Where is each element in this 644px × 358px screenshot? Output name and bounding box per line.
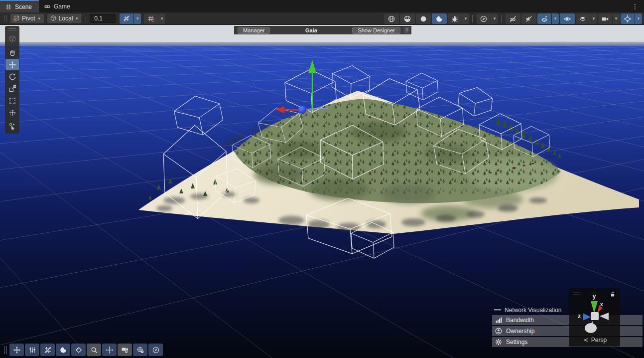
z-axis-label[interactable]: z xyxy=(578,313,581,320)
gaia-manager-button[interactable]: Manager xyxy=(238,27,270,34)
pan-tool-button[interactable] xyxy=(5,47,19,58)
rect-tool-button[interactable] xyxy=(5,95,19,106)
layers-button[interactable] xyxy=(576,13,590,24)
rotate-arrow-icon xyxy=(8,73,16,81)
custom-tool-button[interactable] xyxy=(5,121,19,132)
tools-overlay-handle[interactable] xyxy=(5,26,19,32)
properties-sliders-icon xyxy=(28,346,36,354)
particles-bug-icon xyxy=(451,15,459,23)
wireframe-globe-icon xyxy=(387,15,395,23)
snap-increment-field[interactable]: 0.1 xyxy=(90,14,116,23)
panel-drag-handle-icon xyxy=(494,308,501,312)
audio-toggle-button[interactable] xyxy=(521,13,536,24)
show-designer-button[interactable]: Show Designer xyxy=(352,27,400,34)
view-tab-bar: Scene Game ⋮ xyxy=(0,0,644,12)
chevron-down-icon: ▼ xyxy=(75,16,79,21)
orientation-label: Local xyxy=(59,15,73,22)
search-button[interactable] xyxy=(87,344,101,356)
pivot-mode-button[interactable]: Pivot ▼ xyxy=(10,13,44,23)
particles-button[interactable] xyxy=(448,13,462,24)
transform-tool-button[interactable] xyxy=(5,107,19,118)
effects-button[interactable] xyxy=(537,13,551,24)
move-overlay-button[interactable] xyxy=(9,344,24,356)
settings-gear-icon xyxy=(495,338,503,346)
scene-toolbar: Pivot ▼ Local ▼ 0.1 ▼ ▼ ▼ xyxy=(0,12,644,25)
scene-lighting-button[interactable] xyxy=(432,13,447,24)
x-axis-label[interactable]: x xyxy=(600,302,603,307)
grid-snap-dropdown[interactable]: ▼ xyxy=(134,13,141,24)
network-panel-title: Network Visualization xyxy=(505,307,562,314)
gaia-panel: Manager Gaia Show Designer ? xyxy=(234,26,411,34)
move-arrows-icon xyxy=(8,61,16,69)
bottom-axis-sphere[interactable] xyxy=(585,323,597,333)
layers-dropdown[interactable]: ▼ xyxy=(590,13,597,24)
y-axis-label[interactable]: y xyxy=(593,293,596,300)
2d-mode-off-icon xyxy=(509,15,517,23)
navigation-button[interactable] xyxy=(148,344,163,356)
render-mode-button[interactable] xyxy=(56,344,70,356)
tab-game[interactable]: Game xyxy=(39,0,77,12)
tab-scene[interactable]: Scene xyxy=(0,0,39,12)
perspective-icon xyxy=(582,337,589,344)
particles-dropdown[interactable]: ▼ xyxy=(462,13,469,24)
layers-button-group: ▼ xyxy=(576,13,597,24)
effects-dropdown[interactable]: ▼ xyxy=(552,13,559,24)
prefab-button[interactable] xyxy=(71,344,86,356)
component-tools-button[interactable] xyxy=(477,13,491,24)
grid-off-icon xyxy=(44,346,52,354)
increment-snap-button[interactable] xyxy=(144,13,158,24)
unlit-circle-button[interactable] xyxy=(416,13,431,24)
custom-cursor-icon xyxy=(8,123,16,131)
selected-object-sphere[interactable] xyxy=(298,106,306,114)
camera-button[interactable] xyxy=(598,13,612,24)
axis-move-button[interactable] xyxy=(102,344,117,356)
window-menu-button[interactable]: ⋮ xyxy=(627,0,644,12)
move-tool-button[interactable] xyxy=(5,59,19,70)
rotate-tool-button[interactable] xyxy=(5,71,19,82)
right-axis-cone[interactable] xyxy=(600,313,609,320)
camera-button-group: ▼ xyxy=(598,13,620,24)
layers-icon xyxy=(579,15,587,23)
projection-label: Persp xyxy=(591,337,607,344)
scale-icon xyxy=(8,85,16,93)
toolbar-separator xyxy=(501,15,502,22)
gizmos-button-group: ▼ xyxy=(621,13,642,24)
gaia-help-button[interactable]: ? xyxy=(403,27,410,33)
z-axis-cone[interactable] xyxy=(583,313,591,321)
local-cube-icon xyxy=(50,15,57,22)
toolbar-drag-handle[interactable] xyxy=(4,15,7,22)
grid-snap-button[interactable] xyxy=(120,13,133,24)
y-axis-cone[interactable] xyxy=(591,301,598,313)
2d-mode-button[interactable] xyxy=(506,13,520,24)
bandwidth-bars-icon xyxy=(495,316,503,324)
component-tools-dropdown[interactable]: ▼ xyxy=(491,13,498,24)
increment-snap-dropdown[interactable]: ▼ xyxy=(158,13,165,24)
prefab-diamond-icon xyxy=(75,346,83,354)
gizmos-button[interactable] xyxy=(621,13,635,24)
view-tool-button[interactable] xyxy=(5,33,19,44)
properties-button[interactable] xyxy=(25,344,39,356)
network-settings-button[interactable] xyxy=(133,344,147,356)
scene-view-options: ▼ ▼ ▼ ▼ ▼ xyxy=(383,13,642,24)
camera-record-button[interactable] xyxy=(118,344,132,356)
camera-icon xyxy=(601,15,609,23)
gizmos-dropdown[interactable]: ▼ xyxy=(635,13,642,24)
orientation-axes: y x z xyxy=(569,291,620,333)
bottom-overlay-handle[interactable] xyxy=(4,346,7,354)
orientation-mode-button[interactable]: Local ▼ xyxy=(47,13,82,23)
scene-lighting-crescent-icon xyxy=(435,15,443,23)
grid-toggle-button[interactable] xyxy=(40,344,55,356)
gizmo-center-cube[interactable] xyxy=(591,312,599,320)
unity-editor-window: Scene Game ⋮ Pivot ▼ Local ▼ 0.1 ▼ xyxy=(0,0,644,358)
particles-button-group: ▼ xyxy=(448,13,469,24)
gizmos-sphere-icon xyxy=(624,15,632,23)
ownership-label: Ownership xyxy=(506,328,534,335)
scale-tool-button[interactable] xyxy=(5,83,19,94)
tab-game-label: Game xyxy=(54,3,70,10)
scene-visibility-button[interactable] xyxy=(560,13,575,24)
render-crescent-icon xyxy=(59,346,67,354)
projection-toggle[interactable]: Persp xyxy=(569,335,620,345)
shaded-globe-button[interactable] xyxy=(400,13,415,24)
wireframe-globe-button[interactable] xyxy=(384,13,399,24)
camera-dropdown[interactable]: ▼ xyxy=(613,13,620,24)
